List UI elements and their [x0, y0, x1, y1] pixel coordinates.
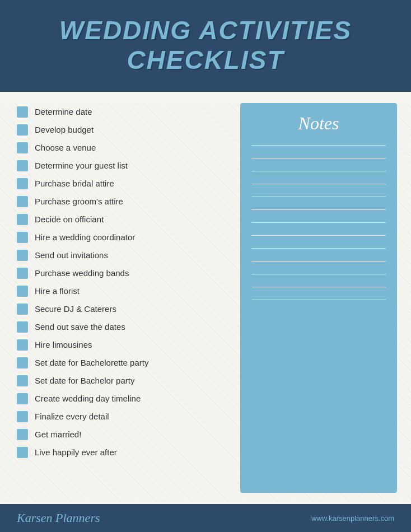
checklist-item[interactable]: Secure DJ & Caterers	[17, 300, 229, 318]
notes-line	[251, 274, 386, 274]
checklist-label: Finalize every detail	[35, 411, 109, 422]
checkbox-icon[interactable]	[17, 124, 28, 136]
checklist-label: Hire a wedding coordinator	[35, 232, 135, 243]
checklist-item[interactable]: Choose a venue	[17, 139, 229, 157]
checklist-item[interactable]: Set date for Bachelor party	[17, 372, 229, 390]
notes-line	[251, 222, 386, 223]
checklist-label: Develop budget	[35, 124, 94, 136]
notes-line	[251, 197, 386, 197]
checklist-label: Determine date	[35, 106, 92, 118]
checkbox-icon[interactable]	[17, 142, 28, 153]
checklist-label: Choose a venue	[35, 142, 96, 153]
checklist-label: Purchase groom's attire	[35, 196, 123, 207]
checklist-label: Hire limousines	[35, 339, 92, 351]
checkbox-icon[interactable]	[17, 196, 28, 207]
checklist-label: Send out save the dates	[35, 321, 125, 333]
checklist-item[interactable]: Send out invitations	[17, 246, 229, 264]
checklist-item[interactable]: Hire a florist	[17, 282, 229, 300]
checklist-label: Decide on officiant	[35, 214, 104, 225]
checkbox-icon[interactable]	[17, 160, 28, 171]
checklist-label: Get married!	[35, 429, 81, 440]
checkbox-icon[interactable]	[17, 339, 28, 351]
main-content: Determine dateDevelop budgetChoose a ven…	[0, 92, 411, 504]
checklist-label: Send out invitations	[35, 250, 108, 261]
checklist-item[interactable]: Hire a wedding coordinator	[17, 228, 229, 246]
checklist-item[interactable]: Create wedding day timeline	[17, 390, 229, 408]
checklist-label: Set date for Bachelor party	[35, 375, 134, 386]
checklist-item[interactable]: Determine date	[17, 103, 229, 121]
checklist-column: Determine dateDevelop budgetChoose a ven…	[17, 103, 229, 493]
notes-line	[251, 171, 386, 171]
checkbox-icon[interactable]	[17, 447, 28, 458]
checklist-label: Create wedding day timeline	[35, 393, 141, 404]
notes-line	[251, 287, 386, 287]
checkbox-icon[interactable]	[17, 214, 28, 225]
checklist-label: Purchase bridal attire	[35, 178, 114, 189]
notes-line	[251, 158, 386, 158]
checklist-item[interactable]: Set date for Bachelorette party	[17, 354, 229, 372]
checklist-label: Determine your guest list	[35, 160, 128, 171]
checklist-label: Live happily ever after	[35, 447, 117, 458]
checklist-label: Set date for Bachelorette party	[35, 357, 148, 368]
notes-line	[251, 235, 386, 236]
notes-box: Notes	[240, 103, 397, 493]
footer: Karsen Planners www.karsenplanners.com	[0, 504, 411, 532]
notes-line	[251, 248, 386, 249]
checkbox-icon[interactable]	[17, 321, 28, 333]
checklist-item[interactable]: Purchase groom's attire	[17, 193, 229, 211]
checklist-item[interactable]: Decide on officiant	[17, 211, 229, 228]
notes-line	[251, 209, 386, 210]
checklist-item[interactable]: Purchase bridal attire	[17, 175, 229, 193]
checkbox-icon[interactable]	[17, 357, 28, 368]
footer-url: www.karsenplanners.com	[311, 514, 394, 522]
checkbox-icon[interactable]	[17, 178, 28, 189]
checklist-item[interactable]: Send out save the dates	[17, 318, 229, 336]
notes-line	[251, 184, 386, 184]
checkbox-icon[interactable]	[17, 375, 28, 386]
checklist-label: Purchase wedding bands	[35, 268, 129, 279]
checkbox-icon[interactable]	[17, 268, 28, 279]
checklist-label: Hire a florist	[35, 286, 80, 297]
checkbox-icon[interactable]	[17, 286, 28, 297]
footer-brand: Karsen Planners	[17, 511, 100, 525]
page: WEDDING ACTIVITIES CHECKLIST Determine d…	[0, 0, 411, 532]
checklist-item[interactable]: Hire limousines	[17, 336, 229, 354]
checklist-item[interactable]: Live happily ever after	[17, 444, 229, 461]
checkbox-icon[interactable]	[17, 411, 28, 422]
checklist-item[interactable]: Purchase wedding bands	[17, 264, 229, 282]
notes-column: Notes	[240, 103, 397, 493]
title-line2: CHECKLIST	[127, 45, 284, 74]
checkbox-icon[interactable]	[17, 106, 28, 118]
page-title: WEDDING ACTIVITIES CHECKLIST	[11, 16, 400, 75]
checkbox-icon[interactable]	[17, 250, 28, 261]
notes-line	[251, 300, 386, 300]
notes-line	[251, 145, 386, 146]
notes-line	[251, 261, 386, 262]
checklist-item[interactable]: Determine your guest list	[17, 157, 229, 175]
checklist-item[interactable]: Get married!	[17, 426, 229, 444]
header: WEDDING ACTIVITIES CHECKLIST	[0, 0, 411, 92]
title-line1: WEDDING ACTIVITIES	[59, 16, 352, 45]
checklist-item[interactable]: Develop budget	[17, 121, 229, 139]
checkbox-icon[interactable]	[17, 232, 28, 243]
checklist-label: Secure DJ & Caterers	[35, 304, 116, 315]
notes-title: Notes	[251, 113, 386, 134]
checkbox-icon[interactable]	[17, 393, 28, 404]
checkbox-icon[interactable]	[17, 304, 28, 315]
checklist-item[interactable]: Finalize every detail	[17, 408, 229, 426]
checkbox-icon[interactable]	[17, 429, 28, 440]
